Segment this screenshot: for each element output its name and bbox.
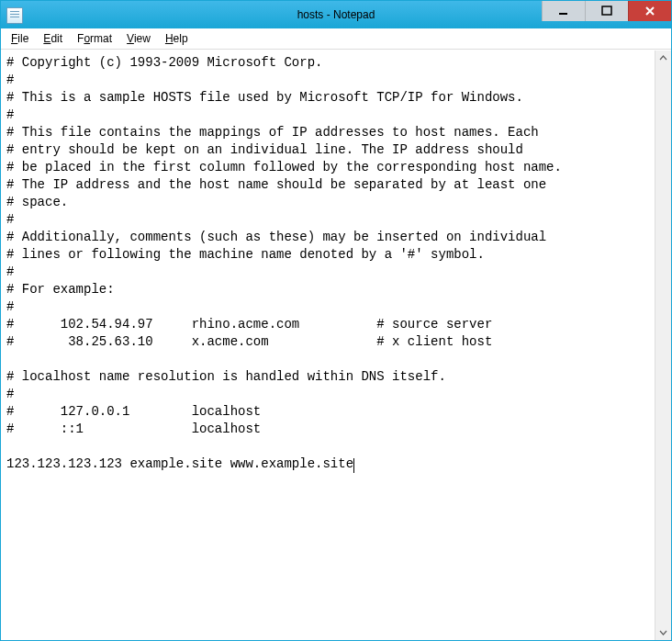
svg-rect-1 xyxy=(602,6,611,15)
titlebar[interactable]: hosts - Notepad xyxy=(1,1,671,28)
minimize-button[interactable] xyxy=(542,1,585,21)
scroll-up-button[interactable] xyxy=(655,51,671,66)
text-caret xyxy=(353,458,354,473)
editor-text: # Copyright (c) 1993-2009 Microsoft Corp… xyxy=(6,55,562,471)
menu-edit[interactable]: Edit xyxy=(37,30,69,47)
menu-view[interactable]: View xyxy=(120,30,157,47)
menu-file[interactable]: File xyxy=(5,30,35,47)
maximize-button[interactable] xyxy=(585,1,628,21)
menubar: File Edit Format View Help xyxy=(1,28,671,50)
window-controls xyxy=(542,1,671,21)
menu-help[interactable]: Help xyxy=(159,30,195,47)
text-editor[interactable]: # Copyright (c) 1993-2009 Microsoft Corp… xyxy=(1,51,655,640)
scroll-track[interactable] xyxy=(655,66,671,624)
close-button[interactable] xyxy=(628,1,671,21)
notepad-icon xyxy=(6,7,23,24)
menu-format[interactable]: Format xyxy=(71,30,118,47)
vertical-scrollbar[interactable] xyxy=(655,51,671,640)
content-area: # Copyright (c) 1993-2009 Microsoft Corp… xyxy=(1,50,671,640)
close-icon xyxy=(644,6,655,17)
maximize-icon xyxy=(601,6,612,17)
chevron-down-icon xyxy=(659,628,667,636)
notepad-window: hosts - Notepad File Edit Format View He… xyxy=(0,0,672,641)
svg-rect-0 xyxy=(559,13,567,15)
scroll-down-button[interactable] xyxy=(655,624,671,640)
minimize-icon xyxy=(558,6,569,17)
chevron-up-icon xyxy=(659,54,667,62)
